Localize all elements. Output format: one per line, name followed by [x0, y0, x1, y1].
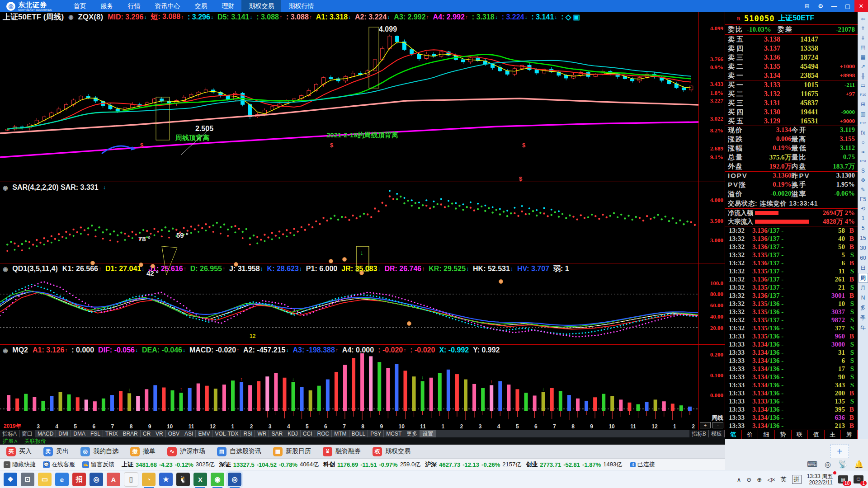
stock-name[interactable]: 上证50ETF	[778, 14, 814, 23]
toolbar-button-买入[interactable]: 买买入	[6, 447, 32, 456]
task-view-icon[interactable]: ⊡	[21, 473, 34, 486]
period-周[interactable]: 周	[859, 273, 868, 283]
trade-row[interactable]: 13:323.135/136 -10S	[725, 300, 858, 308]
period-季[interactable]: 季	[859, 313, 868, 323]
start-button[interactable]: ❖	[4, 473, 17, 486]
period-60[interactable]: 60	[859, 253, 868, 263]
indicator-tab-MTM[interactable]: MTM	[332, 430, 349, 437]
draw-icon[interactable]: ✎	[859, 185, 868, 194]
trade-row[interactable]: 13:323.135/137 -11S	[725, 267, 858, 275]
quote-tab-细[interactable]: 细	[758, 430, 775, 439]
notification-tray-icon[interactable]: 🗨1	[854, 475, 863, 483]
stock-code[interactable]: 510050	[744, 14, 774, 23]
quote-tab-值[interactable]: 值	[808, 430, 825, 439]
notepad-icon[interactable]: ▯	[124, 472, 138, 487]
rsi-icon[interactable]: RSI	[859, 156, 868, 166]
bid-row[interactable]: 买五3.12916531+9000	[725, 117, 858, 126]
tray-green-icon[interactable]: ⊕	[757, 476, 762, 483]
mq2-panel-chart[interactable]: ↑↓↑↓↑↓↓↑	[0, 345, 698, 422]
index-quote-上证[interactable]: 上证3481.68-4.23-0.12%3025亿	[122, 460, 215, 469]
indicator-right-指标B[interactable]: 指标B	[689, 430, 709, 437]
trade-row[interactable]: 13:333.134/136 -90S	[725, 373, 858, 381]
trade-row[interactable]: 13:323.136/137 -50B	[725, 243, 858, 251]
explorer-icon[interactable]: ▭	[38, 473, 52, 486]
quote-tab-主[interactable]: 主	[825, 430, 841, 439]
kline-icon[interactable]: ╫	[859, 71, 868, 80]
f5-icon[interactable]: F5	[859, 194, 868, 204]
clock[interactable]: 13:33 周五2022/2/11	[807, 473, 833, 486]
refresh-icon[interactable]: ⟲	[859, 204, 868, 213]
menu-item-资讯中心[interactable]: 资讯中心	[147, 0, 187, 12]
up-icon[interactable]: ⇧	[859, 23, 868, 33]
period-5[interactable]: 5	[859, 223, 868, 233]
ask-row[interactable]: 卖二3.13545494+1000	[725, 62, 858, 71]
indicator-tab-BRAR[interactable]: BRAR	[120, 430, 140, 437]
bid-row[interactable]: 买四3.13019441-9000	[725, 108, 858, 117]
menu-item-交易[interactable]: 交易	[187, 0, 214, 12]
note-icon[interactable]: ▥	[859, 109, 868, 118]
trade-row[interactable]: 13:333.134/136 -395B	[725, 405, 858, 413]
bid-row[interactable]: 买一3.1331015-211	[725, 80, 858, 89]
toolbar-button-期权交易[interactable]: 权期权交易	[373, 447, 410, 456]
trade-row[interactable]: 13:333.134/136 -6S	[725, 357, 858, 365]
collapse-icon[interactable]: ◉	[68, 14, 73, 20]
trade-row[interactable]: 13:323.135/137 -5S	[725, 251, 858, 259]
formula-icon[interactable]: fx	[859, 128, 868, 137]
wave-icon[interactable]: ≈	[859, 147, 868, 156]
status-link-留言反馈[interactable]: ✍留言反馈	[82, 460, 114, 469]
tree-icon[interactable]: ⊞	[859, 99, 868, 109]
period-多[interactable]: 多	[859, 303, 868, 313]
indicator-tab-MCST[interactable]: MCST	[384, 430, 404, 437]
trade-row[interactable]: 13:323.136/137 -58B	[725, 226, 858, 235]
status-link-隐藏快捷[interactable]: −隐藏快捷	[4, 460, 36, 469]
trade-row[interactable]: 13:333.134/136 -3000S	[725, 340, 858, 348]
trade-row[interactable]: 13:333.133/136 -135S	[725, 397, 858, 405]
zstar-app-icon[interactable]: ★	[159, 473, 173, 486]
sar-panel-chart[interactable]	[0, 182, 698, 262]
main-candle-chart[interactable]	[0, 22, 698, 181]
trade-row[interactable]: 13:323.135/136 -3037S	[725, 308, 858, 316]
indicator-tab-TRIX[interactable]: TRIX	[103, 430, 120, 437]
indicator-tab-BOLL[interactable]: BOLL	[349, 430, 368, 437]
tray-app-icon[interactable]: ⊙	[746, 476, 751, 483]
indicator-tab-CCI[interactable]: CCI	[301, 430, 315, 437]
tray-expand-icon[interactable]: ∧	[737, 476, 741, 483]
indicator-tab-CR[interactable]: CR	[141, 430, 153, 437]
index-quote-创业[interactable]: 创业2773.71-52.81-1.87%1493亿	[526, 460, 622, 469]
down-icon[interactable]: ⇩	[859, 33, 868, 42]
trade-row[interactable]: 13:323.135/137 -9872S	[725, 316, 858, 324]
trade-row[interactable]: 13:333.134/136 -636B	[725, 413, 858, 422]
chrome-icon[interactable]: ◔	[142, 473, 156, 486]
indicator-tab-PSY[interactable]: PSY	[368, 430, 384, 437]
trade-row[interactable]: 13:333.134/136 -343S	[725, 381, 858, 389]
collapse-icon[interactable]: ◉	[3, 347, 8, 354]
indicator-right-模板[interactable]: 模板	[709, 430, 725, 437]
period-日[interactable]: 日	[859, 263, 868, 273]
trade-row[interactable]: 13:333.135/136 -960B	[725, 332, 858, 340]
nesc-app-icon[interactable]: ◎	[90, 473, 103, 486]
edge-icon[interactable]: e	[55, 473, 69, 486]
ask-row[interactable]: 卖一3.13423854+8998	[725, 71, 858, 80]
bid-row[interactable]: 买三3.13145837	[725, 99, 858, 108]
indicator-tab-FSL[interactable]: FSL	[88, 430, 103, 437]
toolbar-button-自选股资讯[interactable]: ▤自选股资讯	[217, 447, 261, 456]
back-icon[interactable]: ⇦	[859, 14, 868, 23]
menu-item-行情[interactable]: 行情	[120, 0, 147, 12]
indicator-tab-RSI[interactable]: RSI	[241, 430, 255, 437]
trade-row[interactable]: 13:333.134/136 -31S	[725, 348, 858, 357]
indicator-tab-OBV[interactable]: OBV	[166, 430, 182, 437]
ask-row[interactable]: 卖三3.13618724	[725, 53, 858, 62]
trade-row[interactable]: 13:333.134/136 -213B	[725, 422, 858, 430]
indicator-tab-MACD[interactable]: MACD	[35, 430, 56, 437]
trade-row[interactable]: 13:323.136/137 -261B	[725, 275, 858, 283]
keyboard-icon[interactable]: ⌨	[807, 460, 817, 469]
index-quote-沪深[interactable]: 沪深4627.73-12.13-0.26%2157亿	[425, 460, 521, 469]
indicator-tab-DMI[interactable]: DMI	[56, 430, 71, 437]
period-年[interactable]: 年	[859, 323, 868, 333]
excel-icon[interactable]: X	[193, 473, 207, 486]
panel-icon[interactable]: ▭	[859, 80, 868, 90]
ask-row[interactable]: 卖四3.13713358	[725, 44, 858, 53]
trade-row[interactable]: 13:323.136/137 -3001B	[725, 291, 858, 300]
qq-icon[interactable]: 🐧	[176, 473, 190, 486]
collapse-icon[interactable]: ◉	[3, 266, 8, 272]
